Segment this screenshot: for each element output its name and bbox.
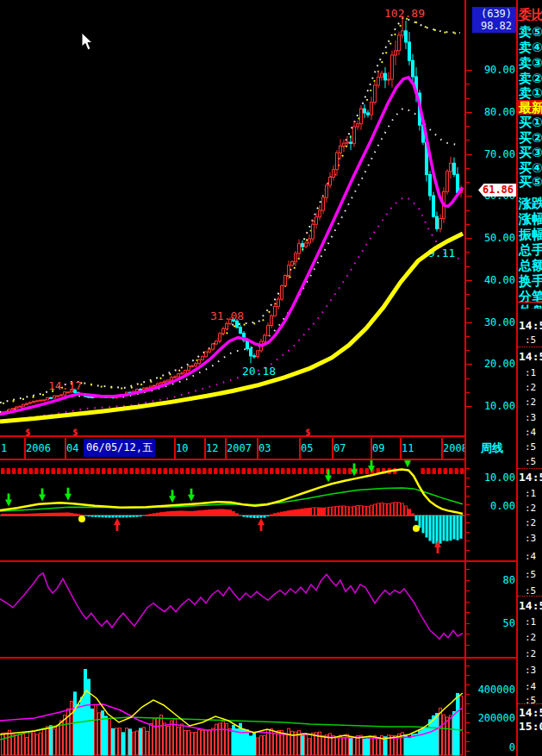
tick-entry: :3: [525, 412, 536, 423]
quote-row-换手[interactable]: 换手: [519, 274, 542, 288]
quote-row-卖⑤[interactable]: 卖⑤: [519, 25, 542, 39]
axis-tick: [466, 112, 472, 113]
axis-tick: [466, 522, 470, 523]
date-label: 04: [66, 442, 78, 454]
tick-separator: [518, 596, 542, 597]
quote-row-振幅[interactable]: 振幅: [519, 228, 542, 241]
axis-tick: [466, 392, 470, 393]
tick-entry: :2: [525, 503, 536, 514]
quote-row-最新[interactable]: 最新: [519, 101, 542, 115]
quote-row-涨跌[interactable]: 涨跌: [519, 197, 542, 210]
quote-row-卖①[interactable]: 卖①: [519, 86, 542, 100]
period-label[interactable]: 周线: [481, 440, 503, 456]
axis-tick: [466, 722, 470, 723]
axis-tick: [466, 210, 470, 211]
axis-tick: [466, 294, 470, 295]
axis-tick: [466, 126, 470, 127]
info-top-value: 98.82: [472, 20, 520, 32]
axis-tick: [466, 280, 472, 281]
axis-tick: [466, 684, 470, 685]
axis-tick: [466, 675, 470, 676]
axis-tick: [466, 266, 470, 267]
axis-tick: [466, 580, 470, 581]
tick-time-header: 14:5: [519, 706, 542, 719]
tick-entry: :2: [525, 517, 536, 528]
price-label: 90.00: [484, 65, 515, 75]
svg-text:31.08: 31.08: [210, 309, 244, 322]
axis-tick: [466, 504, 470, 505]
tick-entry: :4: [525, 551, 536, 562]
axis-tick: [466, 364, 472, 365]
quote-underline: [518, 20, 542, 21]
axis-tick: [466, 634, 470, 634]
axis-tick: [466, 612, 470, 613]
price-label: 80.00: [484, 107, 515, 117]
quote-row-总手[interactable]: 总手: [519, 243, 542, 257]
tick-entry: :4: [525, 681, 536, 692]
axis-tick: [466, 350, 470, 351]
tick-entry: :5: [525, 569, 536, 580]
date-axis[interactable]: 1 06/05/12,五 200604101220070305070911200…: [0, 435, 518, 460]
axis-tick: [466, 540, 470, 541]
price-label: 20.00: [484, 359, 515, 369]
date-label: 07: [333, 442, 346, 454]
tick-time-header: 14:5: [519, 350, 542, 363]
date-label: 05: [301, 442, 313, 454]
axis-tick: [466, 741, 470, 742]
tick-entry: :5: [525, 441, 536, 453]
quote-row-总额[interactable]: 总额: [519, 259, 542, 272]
price-axis: (639) 98.82 61.86 周线 90.0080.0070.0060.0…: [466, 0, 518, 756]
axis-tick: [466, 322, 472, 323]
axis-tick: [466, 224, 470, 225]
axis-tick: [466, 496, 470, 497]
tick-entry: :5: [525, 334, 536, 346]
quote-row-卖③[interactable]: 卖③: [519, 56, 542, 70]
rsi-label: 50: [503, 618, 515, 628]
quote-row-买④[interactable]: 买④: [519, 161, 542, 175]
tick-time-header: 14:5: [519, 319, 542, 332]
quote-row-卖②[interactable]: 卖②: [519, 72, 542, 85]
date-label: 10: [176, 442, 188, 454]
info-count: (639): [472, 8, 520, 20]
axis-tick: [466, 665, 470, 666]
divider-macd-rsi: [0, 560, 518, 562]
quote-row-买⑤[interactable]: 买⑤: [519, 175, 542, 189]
axis-tick: [466, 98, 470, 99]
tick-entry: :2: [525, 397, 536, 408]
chart-panels[interactable]: 9.11102.8931.0814.1720.18: [0, 0, 465, 756]
tick-time-header: 14:5: [519, 599, 542, 612]
tick-entry: :5: [525, 456, 536, 467]
axis-tick: [466, 751, 470, 752]
axis-tick: [466, 168, 470, 169]
tick-time-header: 15:0: [519, 720, 542, 733]
price-label: 40.00: [484, 275, 515, 285]
tick-entry: :1: [525, 367, 536, 378]
quote-row-买①[interactable]: 买①: [519, 116, 542, 129]
tick-entry: :1: [525, 488, 536, 499]
axis-tick: [466, 182, 470, 183]
price-label: 30.00: [484, 317, 515, 328]
macd-label: 10.00: [484, 472, 515, 483]
axis-tick: [466, 694, 470, 695]
axis-tick: [466, 478, 470, 478]
axis-tick: [466, 154, 472, 155]
quote-row-卖④[interactable]: 卖④: [519, 41, 542, 54]
tick-entry: :3: [525, 533, 536, 544]
axis-tick: [466, 550, 470, 551]
quote-row-涨幅[interactable]: 涨幅: [519, 212, 542, 226]
divider-axis-quote: [516, 0, 518, 756]
axis-tick: [466, 336, 470, 337]
axis-tick: [466, 468, 470, 469]
tick-separator: [518, 468, 542, 469]
axis-tick: [466, 645, 470, 646]
quote-row-买③[interactable]: 买③: [519, 146, 542, 159]
dividend-marker: $: [305, 427, 311, 438]
date-label: 2007: [227, 442, 252, 454]
price-label: 10.00: [484, 401, 515, 411]
candles: [2, 16, 463, 413]
axis-tick: [466, 623, 470, 624]
axis-tick: [466, 238, 472, 239]
quote-row-买②[interactable]: 买②: [519, 131, 542, 145]
moving-averages: [0, 78, 463, 422]
tick-entry: :2: [525, 382, 536, 393]
